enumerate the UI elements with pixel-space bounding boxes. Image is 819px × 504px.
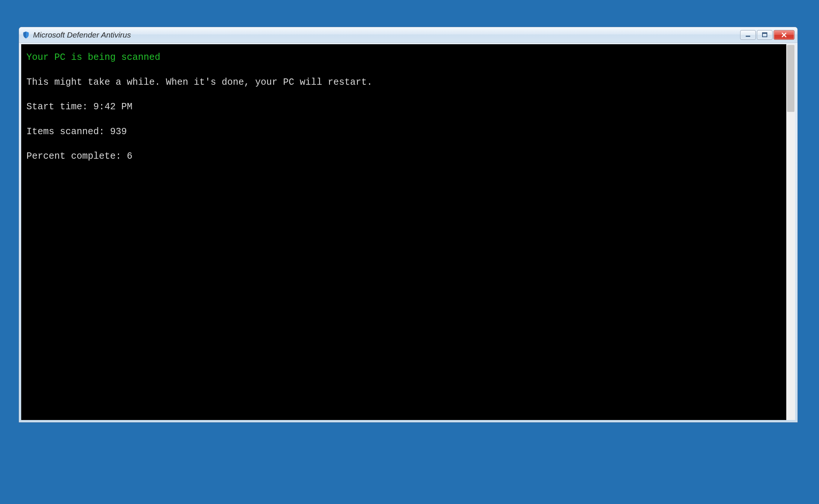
items-scanned-value: 939 [110, 126, 127, 137]
shield-icon [22, 31, 30, 39]
titlebar[interactable]: Microsoft Defender Antivirus [19, 27, 797, 43]
application-window: Microsoft Defender Antivirus Your [19, 27, 798, 423]
scan-heading: Your PC is being scanned [26, 52, 781, 64]
start-time-value: 9:42 PM [93, 101, 132, 112]
items-scanned-line: Items scanned: 939 [26, 126, 781, 138]
minimize-icon [745, 32, 751, 38]
items-scanned-label: Items scanned: [26, 126, 110, 137]
maximize-button[interactable] [757, 30, 773, 40]
content-area: Your PC is being scanned This might take… [21, 44, 795, 420]
window-title: Microsoft Defender Antivirus [33, 30, 740, 39]
vertical-scrollbar[interactable] [786, 44, 795, 420]
start-time-label: Start time: [26, 101, 93, 112]
window-controls [740, 30, 794, 40]
svg-rect-2 [762, 33, 767, 34]
percent-complete-label: Percent complete: [26, 151, 127, 162]
start-time-line: Start time: 9:42 PM [26, 101, 781, 113]
minimize-button[interactable] [740, 30, 756, 40]
close-icon [781, 32, 787, 38]
maximize-icon [762, 32, 768, 38]
percent-complete-line: Percent complete: 6 [26, 151, 781, 163]
scan-info: This might take a while. When it's done,… [26, 77, 781, 89]
percent-complete-value: 6 [127, 151, 132, 162]
close-button[interactable] [774, 30, 794, 40]
scrollbar-thumb[interactable] [787, 45, 794, 112]
svg-rect-0 [746, 36, 750, 37]
console-output: Your PC is being scanned This might take… [21, 44, 786, 420]
